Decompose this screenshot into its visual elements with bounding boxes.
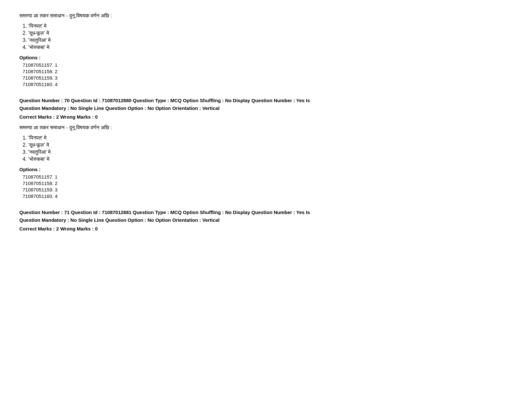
question-70-text: समस्या आ तकर समाधान - दुनू विषयक वर्णन अ… [19,125,513,131]
prev-options-label: Options : [19,55,513,60]
question-71-meta: Question Number : 71 Question Id : 71087… [19,209,513,224]
list-item: 71087051157. 1 [23,62,513,68]
list-item: 2. 'दूध-फूल' मे [23,142,513,148]
question-71-block: Question Number : 71 Question Id : 71087… [19,209,513,231]
question-70-meta: Question Number : 70 Question Id : 71087… [19,97,513,112]
question-70-options-label: Options : [19,167,513,172]
question-70-meta-line1: Question Number : 70 Question Id : 71087… [19,97,513,104]
list-item: 1. 'पिनपत' मे [23,135,513,141]
list-item: 3. 'नवतुरिआ' मे [23,37,513,43]
question-70-block: Question Number : 70 Question Id : 71087… [19,97,513,199]
list-item: 1. 'पिनपत' मे [23,23,513,29]
list-item: 3. 'नवतुरिआ' मे [23,149,513,155]
list-item: 4. 'भोरुकबा' मे [23,44,513,50]
prev-options-values: 71087051157. 1 71087051158. 2 7108705115… [19,62,513,87]
prev-options-list: 1. 'पिनपत' मे 2. 'दूध-फूल' मे 3. 'नवतुरि… [19,23,513,50]
list-item: 71087051158. 2 [23,181,513,186]
list-item: 71087051159. 3 [23,187,513,192]
prev-question-text: समस्या आ तकर समाधान - दुनू विषयक वर्णन अ… [19,13,513,19]
prev-question-section: समस्या आ तकर समाधान - दुनू विषयक वर्णन अ… [19,13,513,87]
list-item: 4. 'भोरुकबा' मे [23,156,513,162]
question-70-options-list: 1. 'पिनपत' मे 2. 'दूध-फूल' मे 3. 'नवतुरि… [19,135,513,162]
list-item: 71087051158. 2 [23,69,513,74]
list-item: 71087051160. 4 [23,82,513,87]
list-item: 71087051157. 1 [23,174,513,180]
question-71-marks: Correct Marks : 2 Wrong Marks : 0 [19,226,513,231]
list-item: 71087051160. 4 [23,193,513,199]
question-71-meta-line2: Question Mandatory : No Single Line Ques… [19,216,513,224]
list-item: 2. 'दूध-फूल' मे [23,30,513,36]
question-70-options-values: 71087051157. 1 71087051158. 2 7108705115… [19,174,513,199]
list-item: 71087051159. 3 [23,75,513,81]
question-70-marks: Correct Marks : 2 Wrong Marks : 0 [19,114,513,120]
question-70-meta-line2: Question Mandatory : No Single Line Ques… [19,104,513,112]
question-71-meta-line1: Question Number : 71 Question Id : 71087… [19,209,513,216]
